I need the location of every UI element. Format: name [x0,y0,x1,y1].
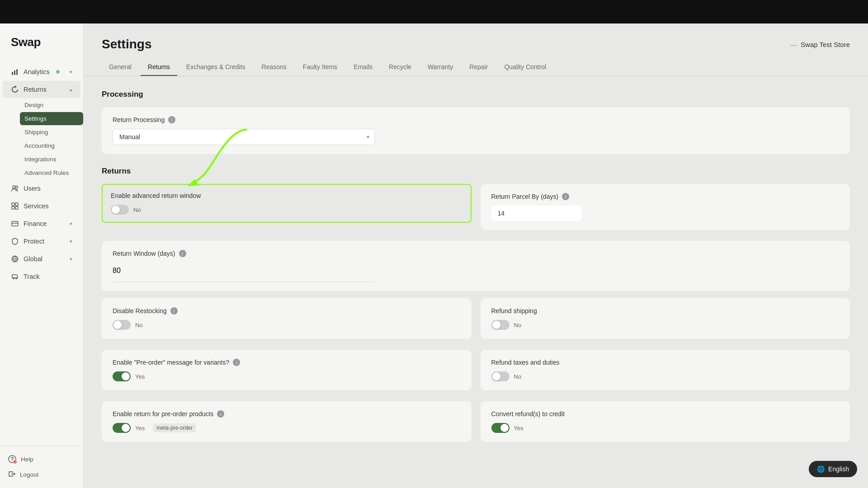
sidebar-logo: Swap [0,27,83,63]
tab-reasons[interactable]: Reasons [255,59,294,76]
protect-icon [11,237,19,245]
sidebar-help[interactable]: Help [8,451,75,467]
return-processing-select[interactable]: Manual Automatic [113,129,375,145]
tab-recycle[interactable]: Recycle [382,59,419,76]
return-processing-info-icon[interactable]: i [168,116,175,123]
sidebar-nav: Analytics ▾ Returns ▴ Design Settings Sh… [0,63,83,446]
convert-refunds-credit-row: Convert refund(s) to credit Yes [481,401,850,442]
enable-return-preorder-products-toggle-row: Yes meta-pre-order [113,423,461,433]
services-icon [11,202,19,210]
returns-label: Returns [24,86,47,93]
enable-advanced-return-window-row: Enable advanced return window No [102,184,472,223]
refund-shipping-row: Refund shipping No [481,298,850,339]
global-chevron: ▾ [70,256,72,262]
advanced-return-window-wrapper: Enable advanced return window No [102,184,472,235]
preorder-products-credit-row: Enable return for pre-order products i Y… [102,401,850,447]
sidebar-item-finance[interactable]: Finance ▾ [3,215,80,232]
track-icon [11,272,19,281]
enable-preorder-message-header: Enable "Pre-order" message for variants?… [113,359,461,366]
refund-taxes-duties-label: Refund taxes and duties [491,359,560,366]
convert-refunds-credit-toggle[interactable] [491,423,509,433]
tab-emails[interactable]: Emails [346,59,380,76]
tab-exchanges-credits[interactable]: Exchanges & Credits [179,59,253,76]
disable-restocking-header: Disable Restocking i [113,307,461,314]
store-indicator: — Swap Test Store [790,41,850,48]
svg-point-4 [16,186,18,188]
advanced-return-window-toggle[interactable] [111,205,129,215]
return-processing-select-wrapper: Manual Automatic ▾ [113,129,375,145]
sidebar-item-users[interactable]: Users [3,180,80,197]
sidebar-bottom: Help Logout [0,446,83,488]
enable-return-preorder-products-toggle[interactable] [113,423,131,433]
return-window-days-value: 80 [113,263,375,279]
enable-preorder-message-label: Enable "Pre-order" message for variants? [113,359,229,366]
sidebar-subitem-integrations[interactable]: Integrations [20,153,83,166]
analytics-label: Analytics [24,68,50,75]
sidebar-item-global[interactable]: Global ▾ [3,250,80,267]
page-title: Settings [102,37,151,52]
settings-content: Processing Return Processing i Manual Au… [84,76,868,488]
return-parcel-by-info-icon[interactable]: i [562,193,569,200]
svg-rect-0 [12,72,13,75]
refund-shipping-header: Refund shipping [491,307,840,314]
refund-taxes-duties-row: Refund taxes and duties No [481,350,850,390]
tabs-bar: General Returns Exchanges & Credits Reas… [84,59,868,76]
enable-preorder-message-toggle[interactable] [113,371,131,381]
returns-section-title: Returns [102,167,850,176]
sidebar-subitem-settings[interactable]: Settings [20,112,83,125]
refund-taxes-duties-toggle[interactable] [491,371,509,381]
tab-warranty[interactable]: Warranty [420,59,460,76]
enable-return-preorder-products-toggle-label: Yes [135,425,145,432]
enable-return-preorder-products-row: Enable return for pre-order products i Y… [102,401,472,442]
logout-icon [8,470,15,479]
returns-icon [11,85,19,94]
tab-faulty-items[interactable]: Faulty Items [296,59,344,76]
tab-repair[interactable]: Repair [462,59,495,76]
advanced-return-window-toggle-row: No [111,205,462,215]
enable-preorder-message-row: Enable "Pre-order" message for variants?… [102,350,472,390]
sidebar: Swap Analytics ▾ Returns ▴ Design Settin… [0,0,84,488]
sidebar-item-protect[interactable]: Protect ▾ [3,233,80,250]
language-label: English [828,465,849,473]
services-label: Services [24,202,49,210]
global-label: Global [24,255,42,263]
return-window-days-header: Return Window (days) i [113,250,839,257]
convert-refunds-credit-label: Convert refund(s) to credit [491,410,565,418]
protect-label: Protect [24,238,44,245]
convert-refunds-credit-header: Convert refund(s) to credit [491,410,840,418]
refund-taxes-duties-toggle-row: No [491,371,840,381]
sidebar-item-track[interactable]: Track [3,268,80,285]
sidebar-subitem-accounting[interactable]: Accounting [20,139,83,152]
finance-icon [11,220,19,228]
disable-restocking-label: Disable Restocking [113,307,167,314]
disable-restocking-info-icon[interactable]: i [170,307,178,314]
sidebar-subitem-design[interactable]: Design [20,99,83,112]
svg-point-12 [16,278,17,279]
advanced-return-window-label: Enable advanced return window [111,192,201,199]
sidebar-subitem-advanced-rules[interactable]: Advanced Rules [20,166,83,179]
return-window-days-info-icon[interactable]: i [179,250,186,257]
return-parcel-by-header: Return Parcel By (days) i [491,193,840,200]
store-dash: — [790,41,797,48]
returns-chevron: ▴ [70,87,72,93]
enable-preorder-message-info-icon[interactable]: i [233,359,240,366]
language-button[interactable]: 🌐 English [809,461,857,477]
sidebar-item-services[interactable]: Services [3,197,80,215]
sidebar-logout[interactable]: Logout [8,467,75,483]
tab-returns[interactable]: Returns [141,59,177,76]
analytics-chevron: ▾ [70,69,72,75]
returns-section: Returns Enable advanced return window No [102,167,850,447]
enable-return-preorder-products-info-icon[interactable]: i [217,410,224,418]
svg-rect-8 [15,206,18,209]
sidebar-item-analytics[interactable]: Analytics ▾ [3,63,80,80]
sidebar-item-returns[interactable]: Returns ▴ [3,81,80,98]
tab-quality-control[interactable]: Quality Control [497,59,553,76]
disable-restocking-toggle[interactable] [113,320,131,330]
tab-general[interactable]: General [102,59,139,76]
svg-rect-2 [16,69,18,75]
help-label: Help [21,456,33,463]
refund-shipping-toggle[interactable] [491,320,509,330]
sidebar-subitem-shipping[interactable]: Shipping [20,126,83,139]
returns-top-row: Enable advanced return window No [102,184,850,235]
users-icon [11,184,19,192]
